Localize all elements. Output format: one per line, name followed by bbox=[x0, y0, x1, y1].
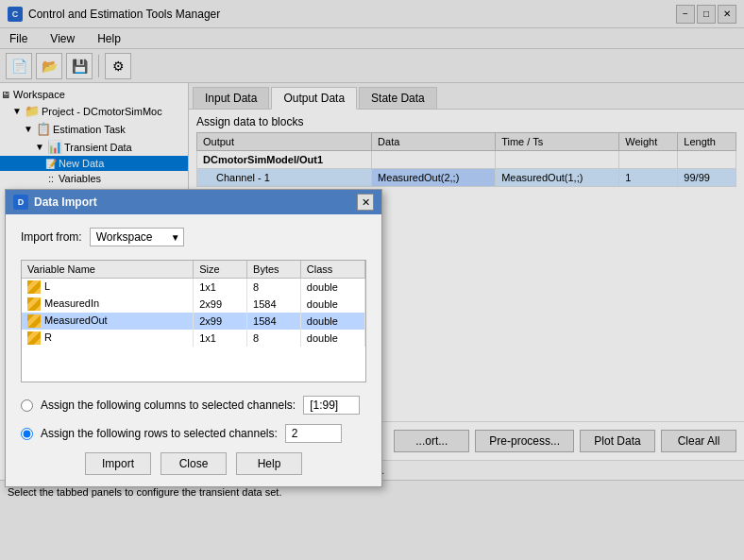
dialog-title-left: D Data Import bbox=[13, 195, 97, 210]
variable-table-container[interactable]: Variable Name Size Bytes Class L 1x1 8 d… bbox=[21, 260, 366, 382]
var-size-measuredin: 2x99 bbox=[194, 296, 247, 313]
var-icon-r bbox=[27, 331, 41, 345]
var-col-class: Class bbox=[300, 261, 364, 279]
list-item[interactable]: MeasuredIn 2x99 1584 double bbox=[22, 296, 365, 313]
list-item[interactable]: R 1x1 8 double bbox=[22, 330, 365, 347]
radio-rows[interactable] bbox=[21, 428, 33, 440]
columns-value-input[interactable] bbox=[303, 396, 360, 415]
var-name-l: L bbox=[22, 279, 194, 297]
radio-columns-label: Assign the following columns to selected… bbox=[41, 399, 296, 412]
var-bytes-r: 8 bbox=[247, 330, 301, 347]
var-bytes-l: 8 bbox=[247, 279, 301, 297]
dialog-app-icon: D bbox=[13, 195, 28, 210]
var-class-r: double bbox=[300, 330, 364, 347]
import-from-row: Import from: Workspace File ▼ bbox=[21, 228, 366, 246]
radio-rows-label: Assign the following rows to selected ch… bbox=[41, 427, 278, 440]
var-icon-measuredout bbox=[27, 314, 41, 328]
import-from-dropdown-wrapper: Workspace File ▼ bbox=[90, 228, 184, 246]
dialog-button-row: Import Close Help bbox=[21, 452, 366, 475]
var-size-measuredout: 2x99 bbox=[194, 313, 247, 330]
var-col-name: Variable Name bbox=[22, 261, 194, 279]
radio-columns[interactable] bbox=[21, 399, 33, 412]
var-class-measuredin: double bbox=[300, 296, 364, 313]
import-button[interactable]: Import bbox=[85, 452, 151, 475]
var-icon-l bbox=[27, 280, 41, 294]
import-from-label: Import from: bbox=[21, 230, 82, 244]
list-item[interactable]: L 1x1 8 double bbox=[22, 279, 365, 297]
var-col-size: Size bbox=[194, 261, 247, 279]
rows-value-input[interactable] bbox=[285, 424, 342, 443]
var-bytes-measuredin: 1584 bbox=[247, 296, 301, 313]
radio-columns-row: Assign the following columns to selected… bbox=[21, 396, 366, 415]
dialog-close-button[interactable]: ✕ bbox=[357, 194, 374, 211]
help-button[interactable]: Help bbox=[236, 452, 302, 475]
var-name-measuredout: MeasuredOut bbox=[22, 313, 194, 330]
list-item[interactable]: MeasuredOut 2x99 1584 double bbox=[22, 313, 365, 330]
var-class-measuredout: double bbox=[300, 313, 364, 330]
var-bytes-measuredout: 1584 bbox=[247, 313, 301, 330]
import-from-select[interactable]: Workspace File bbox=[90, 228, 184, 246]
var-col-bytes: Bytes bbox=[247, 261, 301, 279]
close-button[interactable]: Close bbox=[161, 452, 227, 475]
var-class-l: double bbox=[300, 279, 364, 297]
dialog-body: Import from: Workspace File ▼ Variable N… bbox=[6, 214, 381, 486]
data-import-dialog: D Data Import ✕ Import from: Workspace F… bbox=[5, 189, 382, 487]
var-name-r: R bbox=[22, 330, 194, 347]
radio-rows-row: Assign the following rows to selected ch… bbox=[21, 424, 366, 443]
dialog-title: Data Import bbox=[34, 195, 97, 209]
var-size-r: 1x1 bbox=[194, 330, 247, 347]
variable-table: Variable Name Size Bytes Class L 1x1 8 d… bbox=[22, 261, 365, 347]
var-icon-measuredin bbox=[27, 297, 41, 311]
var-size-l: 1x1 bbox=[194, 279, 247, 297]
dialog-title-bar: D Data Import ✕ bbox=[6, 190, 381, 214]
var-name-measuredin: MeasuredIn bbox=[22, 296, 194, 313]
